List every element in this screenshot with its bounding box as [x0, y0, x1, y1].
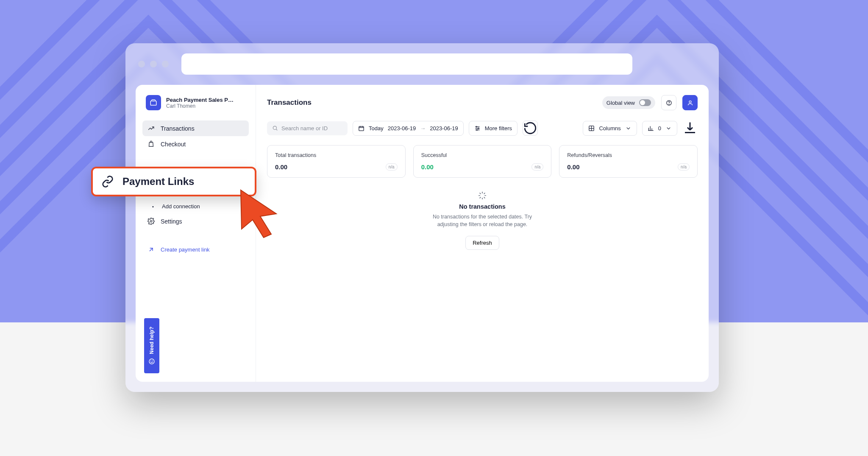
window-controls: [138, 61, 169, 67]
page-header: Transactions Global view: [267, 95, 698, 110]
download-button[interactable]: [682, 120, 698, 136]
empty-title: No transactions: [459, 203, 506, 210]
stats-row: Total transactions 0.00 n/a Successful 0…: [267, 145, 698, 178]
nav-label: Checkout: [161, 141, 186, 148]
nav-label: Create payment link: [161, 246, 210, 253]
global-view-toggle[interactable]: Global view: [602, 96, 655, 109]
filter-toolbar: Search name or ID Today 2023-06-19 → 202…: [267, 120, 698, 136]
calendar-icon: [358, 125, 364, 131]
nav-transactions[interactable]: Transactions: [142, 120, 249, 136]
need-help-label: Need help?: [149, 327, 155, 354]
cursor-pointer-icon: [237, 187, 284, 238]
stat-refunds: Refunds/Reversals 0.00 n/a: [559, 145, 698, 178]
wc-close[interactable]: [138, 61, 145, 67]
app-shell: Peach Payment Sales P… Carl Thomen Trans…: [136, 85, 709, 382]
toggle-switch[interactable]: [639, 99, 651, 106]
org-name: Peach Payment Sales P…: [166, 97, 234, 103]
svg-point-9: [669, 104, 669, 104]
svg-point-7: [153, 361, 153, 361]
sliders-icon: [474, 125, 481, 131]
callout-label: Payment Links: [122, 176, 194, 187]
chart-count-button[interactable]: 0: [642, 121, 677, 136]
stat-value: 0.00: [275, 163, 287, 171]
stat-value: 0.00: [567, 163, 579, 171]
columns-label: Columns: [599, 125, 620, 131]
stat-na: n/a: [678, 163, 690, 171]
main-content: Transactions Global view: [256, 85, 709, 382]
bar-chart-icon: [648, 125, 654, 131]
chevron-down-icon: [625, 125, 632, 131]
gear-icon: [147, 218, 155, 225]
svg-rect-12: [359, 126, 364, 131]
svg-point-14: [478, 128, 479, 129]
need-help-tab[interactable]: Need help?: [144, 318, 159, 373]
nav-settings[interactable]: Settings: [142, 213, 249, 229]
svg-point-10: [689, 101, 691, 103]
stat-successful: Successful 0.00 n/a: [413, 145, 552, 178]
nav-label: Transactions: [161, 125, 195, 132]
chart-count: 0: [658, 125, 661, 131]
create-payment-link[interactable]: Create payment link: [142, 242, 249, 257]
download-icon: [682, 120, 698, 136]
nav-label: Add connection: [162, 203, 200, 210]
smile-icon: [148, 358, 155, 365]
svg-point-6: [151, 361, 151, 361]
reset-filters-button[interactable]: [523, 120, 538, 136]
layout-icon: [588, 125, 595, 131]
global-view-label: Global view: [606, 100, 635, 106]
more-filters-button[interactable]: More filters: [469, 121, 517, 136]
date-range-picker[interactable]: Today 2023-06-19 → 2023-06-19: [353, 121, 464, 136]
search-placeholder: Search name or ID: [281, 125, 328, 131]
stat-na: n/a: [386, 163, 398, 171]
reset-icon: [523, 121, 537, 135]
url-bar[interactable]: [181, 53, 632, 75]
svg-point-5: [149, 359, 154, 364]
more-filters-label: More filters: [485, 125, 512, 131]
spinner-icon: [478, 191, 487, 200]
arrow-right-icon: →: [420, 125, 426, 131]
wc-maximize[interactable]: [162, 61, 169, 67]
wc-minimize[interactable]: [150, 61, 157, 67]
empty-state: No transactions No transactions for the …: [267, 190, 698, 250]
stat-total-transactions: Total transactions 0.00 n/a: [267, 145, 406, 178]
arrow-up-right-icon: [147, 246, 155, 253]
columns-button[interactable]: Columns: [583, 121, 637, 136]
svg-point-11: [273, 126, 276, 129]
browser-chrome: [136, 53, 709, 75]
account-button[interactable]: [682, 95, 698, 110]
stat-title: Refunds/Reversals: [567, 152, 690, 158]
org-icon: [146, 95, 161, 110]
org-switcher[interactable]: Peach Payment Sales P… Carl Thomen: [142, 95, 249, 119]
svg-point-13: [476, 126, 477, 127]
search-icon: [272, 125, 278, 131]
nav-checkout[interactable]: Checkout: [142, 136, 249, 152]
stat-title: Successful: [421, 152, 544, 158]
trend-up-icon: [147, 125, 155, 132]
bag-icon: [147, 140, 155, 148]
payment-links-callout: Payment Links: [91, 167, 256, 196]
bullet-icon: •: [150, 204, 156, 209]
link-icon: [101, 175, 114, 188]
svg-point-15: [476, 129, 478, 131]
date-today: Today: [369, 125, 384, 131]
empty-text: No transactions for the selected dates. …: [423, 213, 542, 228]
nav-add-connection[interactable]: • Add connection: [142, 199, 249, 213]
browser-frame: Peach Payment Sales P… Carl Thomen Trans…: [125, 43, 719, 392]
date-to: 2023-06-19: [430, 125, 458, 131]
chevron-down-icon: [665, 125, 672, 131]
page-title: Transactions: [267, 98, 312, 107]
stat-value: 0.00: [421, 163, 434, 171]
nav-label: Settings: [161, 218, 182, 225]
stat-title: Total transactions: [275, 152, 398, 158]
help-button[interactable]: [661, 95, 676, 110]
org-user: Carl Thomen: [166, 103, 234, 109]
date-from: 2023-06-19: [388, 125, 416, 131]
stat-na: n/a: [531, 163, 543, 171]
refresh-button[interactable]: Refresh: [465, 236, 499, 250]
svg-point-4: [150, 220, 152, 222]
search-input[interactable]: Search name or ID: [267, 121, 348, 135]
